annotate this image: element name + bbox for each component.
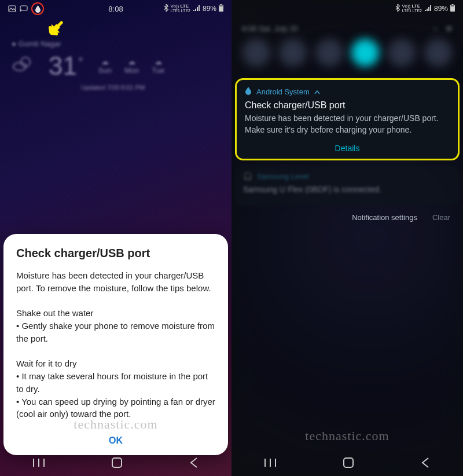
cast-icon (20, 5, 28, 12)
bluetooth-icon (395, 4, 400, 13)
qs-toggle-active[interactable] (351, 39, 379, 67)
home-button[interactable] (342, 456, 355, 469)
qs-toggle[interactable] (424, 39, 452, 67)
status-right: Vo)) LTELTE1 LTE2 89% (164, 4, 223, 13)
weather-degree: ° (78, 55, 83, 70)
phone-screen-left: 8:08 Vo)) LTELTE1 LTE2 89% ● Gomti Nagar (0, 0, 232, 476)
notification-settings-button[interactable]: Notification settings (352, 213, 417, 222)
battery-icon (450, 4, 455, 13)
weather-temp-value: 31 (49, 52, 77, 80)
status-bar: Vo)) LTELTE1 LTE2 89% (232, 0, 463, 17)
forecast-day: ☁Mon (124, 57, 139, 75)
navigation-bar (0, 449, 232, 476)
forecast-day: ☁Tue (152, 57, 164, 75)
forecast-day: ☁Sun (98, 57, 112, 75)
bluetooth-icon (164, 4, 168, 13)
weather-location: ● Gomti Nagar (12, 39, 220, 48)
moisture-notification[interactable]: Android System Check charger/USB port Mo… (235, 78, 460, 160)
recents-button[interactable] (32, 457, 45, 468)
navigation-bar (232, 449, 463, 476)
moisture-drop-icon (35, 5, 41, 13)
notification-app-name: Samsung Level (257, 172, 309, 181)
shade-header: 8:08 Sat, July 20 ○ ⚙ (232, 17, 463, 36)
notification-app-name: Android System (256, 87, 310, 96)
weather-temp: 31 ° (49, 52, 83, 80)
qs-toggle[interactable] (279, 39, 307, 67)
picture-icon (8, 5, 16, 12)
svg-rect-11 (451, 6, 454, 6)
battery-icon (219, 4, 223, 13)
back-button[interactable] (420, 457, 431, 468)
notification-app-row: 🎧 Samsung Level (243, 172, 451, 181)
volte-indicator: Vo)) LTELTE1 LTE2 (402, 4, 422, 13)
phone-screen-right: Vo)) LTELTE1 LTE2 89% 8:08 Sat, July 20 … (232, 0, 463, 476)
recents-button[interactable] (264, 457, 277, 468)
dialog-title: Check charger/USB port (16, 247, 215, 260)
notification-body: Moisture has been detected in your charg… (245, 113, 450, 136)
notification-body: Samsung U Flex (0BDF) is connected. (243, 184, 451, 196)
battery-percent: 89% (434, 5, 448, 13)
home-button[interactable] (111, 456, 123, 469)
moisture-dialog: Check charger/USB port Moisture has been… (3, 234, 228, 455)
status-bar: 8:08 Vo)) LTELTE1 LTE2 89% (0, 0, 232, 17)
forecast-day-label: Mon (124, 66, 139, 75)
chevron-up-icon[interactable] (314, 87, 320, 96)
weather-updated: Updated 7/20 8:01 PM (81, 84, 220, 91)
svg-rect-8 (112, 458, 122, 467)
signal-icon (193, 5, 200, 13)
status-time: 8:08 (108, 5, 123, 13)
weather-forecast: ☁Sun ☁Mon ☁Tue (98, 57, 164, 75)
ok-button[interactable]: OK (16, 429, 215, 449)
weather-widget: ● Gomti Nagar 31 ° ☁Sun ☁Mon ☁Tue Update… (0, 39, 232, 91)
dialog-body: Moisture has been detected in your charg… (16, 269, 215, 420)
status-right: Vo)) LTELTE1 LTE2 89% (395, 4, 455, 13)
notification-app-row: Android System (245, 87, 450, 97)
back-button[interactable] (189, 457, 199, 468)
forecast-day-label: Tue (152, 66, 164, 75)
svg-rect-10 (452, 4, 454, 5)
clear-button[interactable]: Clear (432, 213, 450, 222)
status-left (8, 2, 44, 15)
quick-settings-row (232, 36, 463, 76)
qs-toggle[interactable] (388, 39, 416, 67)
moisture-icon-highlighted (31, 2, 44, 15)
weather-location-text: Gomti Nagar (19, 39, 61, 48)
settings-icon[interactable]: ⚙ (446, 24, 453, 33)
headphones-icon: 🎧 (243, 172, 252, 181)
shade-footer: Notification settings Clear (232, 211, 463, 226)
details-button[interactable]: Details (245, 140, 450, 153)
forecast-day-label: Sun (98, 66, 112, 75)
svg-rect-4 (219, 6, 223, 6)
svg-rect-3 (221, 4, 222, 5)
notification-title: Check charger/USB port (245, 100, 450, 111)
qs-toggle[interactable] (242, 39, 270, 67)
shade-datetime: 8:08 Sat, July 20 (242, 24, 298, 33)
svg-rect-0 (9, 6, 16, 12)
search-icon[interactable]: ○ (433, 24, 438, 33)
svg-rect-12 (344, 458, 353, 467)
weather-icon (12, 54, 34, 78)
qs-toggle[interactable] (315, 39, 343, 67)
moisture-drop-icon (245, 87, 252, 97)
location-pin-icon: ● (12, 39, 16, 48)
volte-indicator: Vo)) LTELTE1 LTE2 (171, 4, 190, 13)
bluetooth-notification[interactable]: 🎧 Samsung Level Samsung U Flex (0BDF) is… (235, 165, 460, 206)
signal-icon (424, 5, 432, 13)
battery-percent: 89% (203, 5, 216, 13)
